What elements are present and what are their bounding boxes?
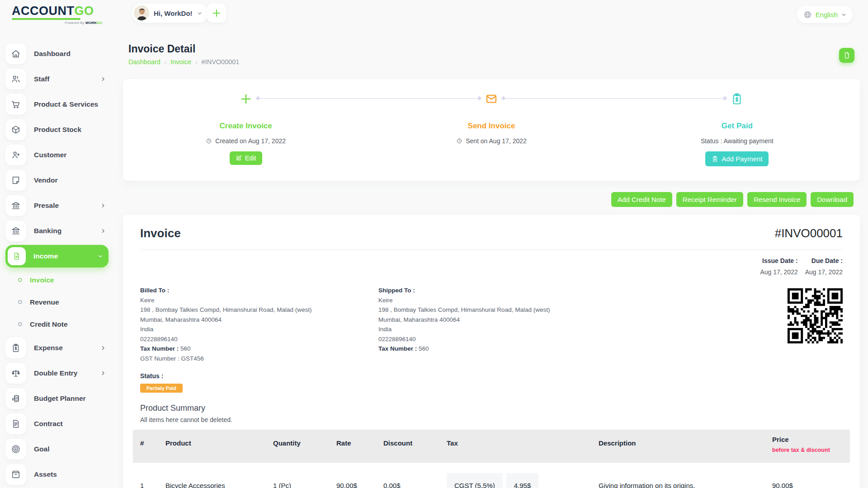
sidebar-item-label: Product Stock — [34, 126, 81, 134]
language-selector[interactable]: English — [797, 6, 853, 23]
sidebar-item-contract[interactable]: Contract — [5, 413, 111, 435]
download-button[interactable]: Download — [811, 192, 854, 207]
step-status-text: Created on Aug 17, 2022 — [215, 137, 286, 145]
chevron-right-icon — [100, 76, 106, 82]
tax-number-value: 560 — [419, 345, 429, 352]
sidebar-item-goal[interactable]: Goal — [5, 438, 111, 460]
bank-icon — [5, 221, 26, 241]
breadcrumb-link-dashboard[interactable]: Dashboard — [128, 58, 160, 66]
quick-add-button[interactable] — [207, 4, 226, 23]
col-header-rate: Rate — [329, 430, 376, 463]
clipboard-icon — [712, 155, 718, 162]
sidebar-item-label: Assets — [34, 470, 57, 479]
issue-date-value: Aug 17, 2022 — [760, 268, 797, 276]
invoice-card: Invoice #INVO00001 Issue Date : Aug 17, … — [123, 215, 860, 488]
sidebar-item-label: Vendor — [34, 176, 58, 184]
qr-code — [788, 288, 843, 343]
box-icon — [5, 119, 26, 140]
language-label: English — [816, 11, 838, 19]
add-credit-note-button[interactable]: Add Credit Note — [611, 192, 672, 207]
step-send-invoice: Send Invoice Sent on Aug 17, 2022 — [368, 93, 614, 181]
chevron-right-icon — [100, 203, 106, 208]
edit-button[interactable]: Edit — [230, 151, 262, 165]
sidebar-item-budget-planner[interactable]: Budget Planner — [5, 387, 111, 410]
plus-icon — [212, 8, 222, 18]
col-header-discount: Discount — [376, 430, 439, 463]
sidebar-item-dashboard[interactable]: Dashboard — [5, 42, 111, 65]
sidebar-item-label: Income — [33, 252, 58, 260]
chevron-down-icon — [197, 11, 202, 16]
chevron-separator: › — [195, 59, 197, 66]
export-invoice-button[interactable] — [839, 48, 854, 63]
sidebar-item-label: Product & Services — [34, 100, 98, 108]
tax-name: CGST (5.5%) — [447, 473, 503, 488]
logo-underline — [12, 18, 80, 20]
sidebar-item-label: Banking — [34, 227, 61, 235]
add-payment-button[interactable]: Add Payment — [705, 151, 769, 166]
plus-icon — [240, 93, 252, 105]
cell-price: 90.00$ — [765, 463, 850, 488]
sidebar-item-label: Contract — [34, 420, 63, 428]
step-get-paid: Get Paid Status : Awaiting payment Add P… — [614, 93, 860, 181]
price-note: before tax & discount — [772, 447, 843, 453]
sidebar: Dashboard Staff Product & Services Produ… — [0, 42, 118, 488]
invoice-number: #INVO00001 — [775, 226, 843, 240]
step-status-text: Status : Awaiting payment — [701, 137, 774, 145]
sidebar-item-credit-note[interactable]: Credit Note — [18, 314, 118, 334]
users-icon — [5, 69, 26, 89]
sidebar-item-expense[interactable]: Expense — [5, 337, 111, 359]
col-header-product: Product — [158, 430, 266, 463]
sidebar-subitem-label: Credit Note — [30, 320, 68, 328]
bullet-icon — [18, 322, 22, 326]
scales-icon — [5, 363, 26, 384]
due-date-label: Due Date : — [805, 257, 843, 264]
col-header-tax: Tax — [439, 430, 591, 463]
col-header-num: # — [133, 430, 158, 463]
step-create-invoice: Create Invoice Created on Aug 17, 2022 E… — [123, 93, 368, 181]
gst-number-value: GST456 — [181, 355, 204, 362]
cell-num: 1 — [133, 463, 158, 488]
sidebar-item-double-entry[interactable]: Double Entry — [5, 362, 111, 385]
user-greeting: Hi, WorkDo! — [154, 9, 193, 17]
chevron-down-icon — [841, 12, 846, 17]
chevron-separator: › — [165, 59, 166, 66]
sidebar-item-income[interactable]: Income — [5, 245, 108, 267]
cell-quantity: 1 (Pc) — [266, 463, 329, 488]
globe-icon — [803, 10, 812, 19]
gst-number-label: GST Number : — [140, 355, 179, 362]
contract-file-icon — [5, 413, 26, 434]
sidebar-item-invoice[interactable]: Invoice — [18, 270, 118, 290]
resend-invoice-button[interactable]: Resend Invoice — [747, 192, 807, 207]
receipt-reminder-button[interactable]: Receipt Reminder — [676, 192, 743, 207]
col-header-price: Price before tax & discount — [765, 430, 850, 463]
product-table: # Product Quantity Rate Discount Tax Des… — [133, 430, 850, 488]
due-date-value: Aug 17, 2022 — [805, 268, 843, 276]
cell-product: Bicycle Accessories — [158, 463, 266, 488]
page-title: Invoice Detail — [128, 43, 854, 55]
sidebar-item-revenue[interactable]: Revenue — [18, 292, 118, 312]
sidebar-item-customer[interactable]: Customer — [5, 144, 111, 166]
target-icon — [5, 439, 26, 460]
step-title: Get Paid — [722, 122, 753, 131]
app-logo: ACCOUNTGO Powered By WORKDO — [12, 5, 102, 25]
sidebar-item-product-stock[interactable]: Product Stock — [5, 118, 111, 141]
sidebar-item-staff[interactable]: Staff — [5, 68, 111, 90]
status-badge: Partialy Paid — [140, 384, 183, 393]
sidebar-item-product-services[interactable]: Product & Services — [5, 93, 111, 116]
tax-breakdown: CGST (5.5%) 4.95$ — [447, 473, 538, 488]
sidebar-item-banking[interactable]: Banking — [5, 220, 111, 242]
sidebar-item-label: Presale — [34, 202, 59, 210]
sidebar-item-vendor[interactable]: Vendor — [5, 169, 111, 192]
user-menu[interactable]: Hi, WorkDo! — [132, 4, 208, 23]
avatar — [134, 5, 149, 21]
issue-date-label: Issue Date : — [760, 257, 797, 264]
sidebar-item-assets[interactable]: Assets — [5, 463, 111, 486]
note-icon — [5, 170, 26, 191]
sidebar-item-label: Staff — [34, 75, 49, 83]
sidebar-item-label: Double Entry — [34, 369, 77, 377]
breadcrumb-link-invoice[interactable]: Invoice — [170, 58, 191, 66]
chevron-right-icon — [100, 345, 106, 351]
sidebar-item-presale[interactable]: Presale — [5, 194, 111, 217]
cell-description: Giving information on its origins. — [591, 463, 765, 488]
col-header-quantity: Quantity — [266, 430, 329, 463]
